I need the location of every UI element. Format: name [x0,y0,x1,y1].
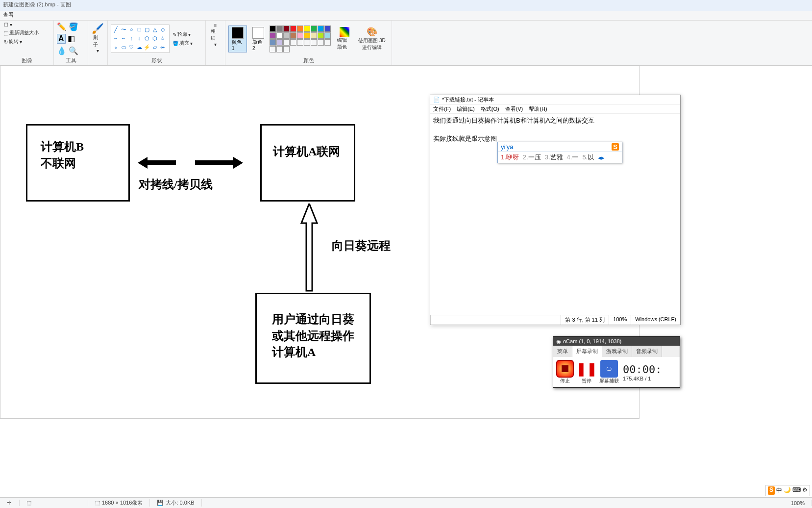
picker-tool[interactable]: 💧 [57,46,67,55]
notepad-statusbar: 第 3 行, 第 11 列 100% Windows (CRLF) [430,315,680,325]
color-palette[interactable] [270,25,333,52]
paint-tabbar: 查看 [0,11,812,21]
paint-title: 新建位图图像 (2).bmp - 画图 [3,1,71,7]
ocam-tab-game[interactable]: 游戏录制 [602,346,632,357]
shapes-gallery[interactable]: ╱〜○□▢△◇ →←↑↓⬠⬡☆ ⬨⬭♡☁⚡▱⬰ [111,25,170,53]
diagram-text-b: 计算机B 不联网 [41,139,84,172]
ribbon-group-brush: 🖌️ 刷子 ▾ [88,21,108,65]
ocam-body: 停止 ❚❚ 暂停 🖵 屏幕捕获 00:00: 175.4KB / 1 [553,357,680,387]
fill-tool[interactable]: 🪣 [69,22,78,31]
menu-help[interactable]: 帮助(H) [529,105,547,113]
ribbon-group-tools: ✏️ 🪣 A ◧ 💧 🔍 工具 [54,21,88,65]
status-zoom[interactable]: 100% [784,500,812,506]
notepad-title-text: *下载链接.txt - 记事本 [442,96,494,103]
resize-button[interactable]: ⬚重新调整大小 [3,29,40,37]
diagram-text-a: 计算机A联网 [273,144,340,160]
status-cursor: ✛ [0,500,20,506]
ime-input-row: yi'ya S [498,142,622,152]
arrow-right-icon [194,155,243,170]
ime-pinyin: yi'ya [501,143,514,151]
svg-marker-0 [138,157,176,169]
ribbon: ☐ ▾ ⬚重新调整大小 ↻旋转 ▾ 图像 ✏️ 🪣 A ◧ 💧 🔍 工具 🖌️ … [0,21,812,66]
notepad-icon: 📄 [433,97,440,103]
tray-moon-icon[interactable]: 🌙 [784,486,791,495]
menu-edit[interactable]: 编辑(E) [457,105,475,113]
arrow-up-icon [299,203,319,292]
group-label-image: 图像 [3,56,50,64]
diagram-cable-label: 对拷线/拷贝线 [139,177,213,192]
zoom-tool[interactable]: 🔍 [69,46,78,55]
paint-statusbar: ✛ ⬚ ⬚1680 × 1016像素 💾大小: 0.0KB 100% [0,497,812,508]
ime-candidates[interactable]: 1.咿呀 2.一压 3.艺雅 4.一 5.以 ◂▸ [498,152,622,163]
ime-window[interactable]: yi'ya S 1.咿呀 2.一压 3.艺雅 4.一 5.以 ◂▸ [497,142,622,163]
text-tool[interactable]: A [57,34,66,44]
ime-tray[interactable]: S 中 🌙 ⌨ ⚙ [765,485,810,496]
ocam-timer: 00:00: [623,363,662,376]
ocam-titlebar[interactable]: ◉ oCam (1, 0, 1914, 1038) [553,337,680,346]
ocam-stop-button[interactable]: 停止 [556,360,574,384]
select-button[interactable]: ☐ ▾ [3,22,13,28]
tray-settings-icon[interactable]: ⚙ [802,486,808,495]
rainbow-icon [340,27,349,37]
ribbon-group-shapes: ╱〜○□▢△◇ →←↑↓⬠⬡☆ ⬨⬭♡☁⚡▱⬰ ✎ 轮廓 ▾ 🪣 填充 ▾ 形状 [108,21,206,65]
diagram-box-a [260,124,355,202]
edit-colors-button[interactable]: 编辑颜色 [335,26,353,51]
sogou-tray-icon[interactable]: S [768,486,775,495]
menu-format[interactable]: 格式(O) [481,105,499,113]
ocam-title-text: oCam (1, 0, 1914, 1038) [563,338,621,344]
ocam-tabs: 菜单 屏幕录制 游戏录制 音频录制 [553,346,680,357]
stroke-button[interactable]: ≡ 粗细 ▾ [209,22,222,48]
eraser-tool[interactable]: ◧ [68,34,75,43]
svg-marker-1 [195,157,243,169]
menu-view[interactable]: 查看(V) [505,105,523,113]
ocam-tab-menu[interactable]: 菜单 [553,346,572,357]
status-dims: ⬚1680 × 1016像素 [88,499,150,507]
color2-button[interactable]: 颜色 2 [249,25,268,52]
color1-button[interactable]: 颜色 1 [228,25,247,52]
brush-button[interactable]: 🖌️ 刷子 ▾ [91,22,104,54]
paint-titlebar: 新建位图图像 (2).bmp - 画图 [0,0,812,11]
ocam-rate: 175.4KB / 1 [623,376,662,381]
group-label-colors: 颜色 [228,56,389,64]
notepad-menubar: 文件(F) 编辑(E) 格式(O) 查看(V) 帮助(H) [430,105,680,114]
arrow-left-icon [138,155,177,170]
tray-lang[interactable]: 中 [776,486,782,495]
ribbon-group-image: ☐ ▾ ⬚重新调整大小 ↻旋转 ▾ 图像 [0,21,54,65]
ocam-tab-screen[interactable]: 屏幕录制 [572,346,602,357]
brush-icon: 🖌️ [92,23,104,34]
paint3d-icon: 🎨 [367,26,377,37]
ime-page-icon[interactable]: ◂▸ [598,154,605,161]
notepad-zoom: 100% [609,315,631,325]
outline-button[interactable]: ✎ 轮廓 ▾ [172,30,194,38]
ocam-window[interactable]: ◉ oCam (1, 0, 1914, 1038) 菜单 屏幕录制 游戏录制 音… [553,336,680,388]
ocam-pause-button[interactable]: ❚❚ 暂停 [578,360,595,384]
paint3d-button[interactable]: 🎨 使用画图 3D 进行编辑 [355,25,389,52]
tray-keyboard-icon[interactable]: ⌨ [792,486,801,495]
ocam-tab-audio[interactable]: 音频录制 [632,346,662,357]
notepad-encoding: Windows (CRLF) [631,315,680,325]
rotate-button[interactable]: ↻旋转 ▾ [3,38,23,46]
ribbon-group-stroke: ≡ 粗细 ▾ [206,21,225,65]
diagram-remote-label: 向日葵远程 [332,238,391,254]
text-caret [455,168,455,175]
group-label-shapes: 形状 [111,56,202,64]
view-tab[interactable]: 查看 [3,12,14,18]
ocam-capture-button[interactable]: 🖵 屏幕捕获 [599,360,619,384]
status-selection: ⬚ [20,500,88,506]
notepad-window[interactable]: 📄 *下载链接.txt - 记事本 文件(F) 编辑(E) 格式(O) 查看(V… [430,95,681,325]
svg-marker-2 [301,203,317,291]
fill-button[interactable]: 🪣 填充 ▾ [172,39,194,47]
sogou-icon: S [612,143,619,151]
notepad-pos: 第 3 行, 第 11 列 [561,315,609,325]
ocam-icon: ◉ [556,338,561,345]
stroke-icon: ≡ [214,23,217,28]
pencil-tool[interactable]: ✏️ [57,22,67,31]
diagram-text-user: 用户通过向日葵 或其他远程操作 计算机A [272,311,354,361]
notepad-line1: 我们要通过向日葵操作计算机B和计算机A之间的数据交互 [433,116,677,126]
group-label-tools: 工具 [57,56,85,64]
menu-file[interactable]: 文件(F) [433,105,451,113]
ribbon-group-colors: 颜色 1 颜色 2 编辑颜色 🎨 使用画图 3D 进行编辑 颜色 [225,21,392,65]
status-size: 💾大小: 0.0KB [150,499,201,507]
notepad-titlebar[interactable]: 📄 *下载链接.txt - 记事本 [430,95,680,105]
